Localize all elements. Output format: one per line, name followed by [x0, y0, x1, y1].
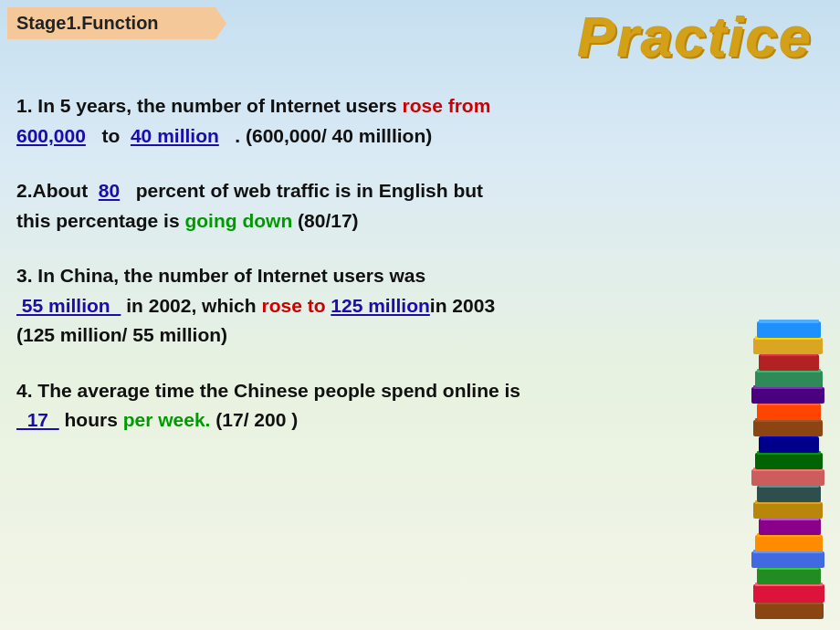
svg-rect-26 [751, 387, 824, 404]
q1-value2: 40 million [131, 125, 219, 146]
svg-rect-6 [751, 551, 824, 568]
svg-rect-18 [755, 453, 823, 469]
books-svg [746, 320, 833, 621]
q1-number: 1. In 5 years, the number of Internet us… [16, 95, 402, 116]
svg-rect-24 [757, 404, 821, 420]
svg-rect-14 [757, 486, 821, 502]
q3-text2: in 2003 [430, 295, 495, 316]
svg-rect-4 [757, 568, 821, 584]
svg-rect-10 [759, 519, 821, 535]
q4-per-week: per week. [123, 409, 211, 430]
q1-rose-from: rose from [402, 95, 490, 116]
page-wrapper: Stage1.Function Practice 1. In 5 years, … [0, 0, 840, 630]
question-2: 2.About 80 percent of web traffic is in … [16, 176, 730, 236]
q4-hours: hours [65, 409, 123, 430]
practice-title-text: Practice [578, 5, 813, 68]
q3-intro: 3. In China, the number of Internet user… [16, 265, 425, 286]
svg-rect-2 [753, 584, 824, 603]
q1-to: to [101, 125, 120, 146]
q3-hint: (125 million/ 55 million) [16, 324, 227, 345]
svg-rect-30 [759, 354, 819, 371]
books-decoration [746, 320, 833, 621]
question-3: 3. In China, the number of Internet user… [16, 261, 730, 351]
q3-rose-to: rose to [261, 295, 325, 316]
q4-value: 17 [16, 409, 59, 430]
svg-rect-12 [753, 502, 823, 519]
stage-label-text: Stage1.Function [16, 13, 159, 33]
practice-title: Practice [578, 5, 813, 69]
svg-rect-32 [753, 338, 823, 354]
q3-value1: 55 million [16, 295, 121, 316]
svg-rect-35 [759, 320, 819, 323]
q2-value: 80 [99, 180, 120, 201]
main-content: 1. In 5 years, the number of Internet us… [16, 91, 730, 612]
svg-rect-20 [759, 436, 819, 453]
svg-rect-0 [755, 603, 824, 619]
q4-intro: 4. The average time the Chinese people s… [16, 380, 520, 401]
q2-going-down: going down [184, 210, 292, 231]
svg-rect-28 [755, 371, 823, 387]
q2-hint: (80/17) [292, 210, 358, 231]
q1-value1: 600,000 [16, 125, 86, 146]
svg-rect-16 [751, 469, 824, 486]
question-4: 4. The average time the Chinese people s… [16, 376, 730, 436]
svg-rect-8 [755, 535, 823, 551]
question-1: 1. In 5 years, the number of Internet us… [16, 91, 730, 151]
q4-hint: (17/ 200 ) [215, 409, 298, 430]
q3-text1: in 2002, which [126, 295, 261, 316]
stage-label: Stage1.Function [7, 7, 226, 39]
q3-value2: 125 million [331, 295, 430, 316]
svg-rect-34 [757, 321, 821, 338]
svg-rect-22 [753, 420, 823, 436]
q2-about: 2.About [16, 180, 99, 201]
q1-hint: . (600,000/ 40 milllion) [235, 125, 432, 146]
